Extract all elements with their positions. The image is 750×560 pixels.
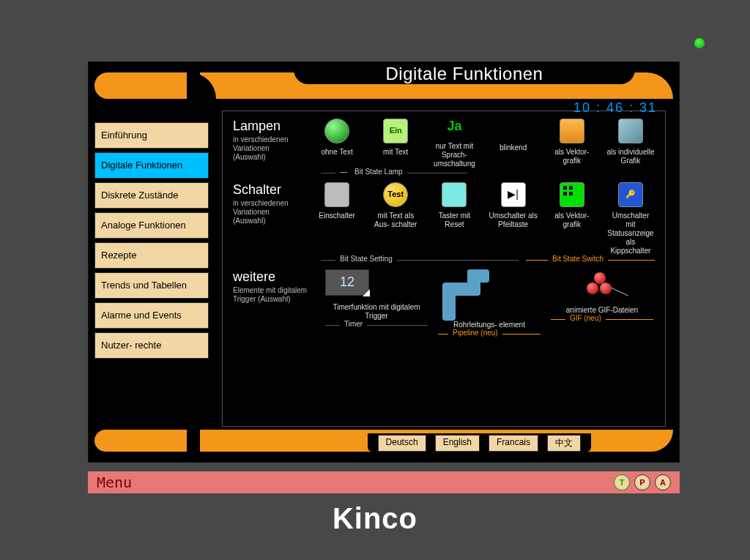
lamp-green-icon <box>324 119 349 143</box>
status-p-icon[interactable]: P <box>634 474 650 490</box>
sidebar-item-digital[interactable]: Digitale Funktionen <box>94 152 209 179</box>
molecule-gif-icon <box>584 269 620 306</box>
weitere-title: weitere <box>233 269 315 285</box>
section-lampen: Lampen in verschiedenen Variationen (Aus… <box>233 119 655 173</box>
green-dots-icon <box>560 182 584 207</box>
power-led <box>694 38 705 48</box>
lang-fr[interactable]: Francais <box>489 435 538 452</box>
clock: 10 : 46 : 31 <box>573 100 657 116</box>
pipeline-icon <box>438 269 489 321</box>
rule-bit-state-lamp: Bit State Lamp <box>350 168 407 176</box>
grey-button-icon <box>324 182 349 207</box>
rule-gif: GIF (neu) <box>565 314 606 323</box>
rule-bit-state-switch: Bit State Switch <box>548 255 608 263</box>
device-frame: Digitale Funktionen 10 : 46 : 31 Einführ… <box>9 9 741 551</box>
sidebar-item-trends[interactable]: Trends und Tabellen <box>94 272 209 299</box>
arrow-next-icon: ▶| <box>501 182 526 207</box>
page-title: Digitale Funktionen <box>294 64 635 84</box>
weitere-subtitle: Elemente mit digitalem Trigger (Auswahl) <box>233 286 315 304</box>
brand-logo: Kinco <box>9 502 741 535</box>
status-icons: T P A <box>614 474 671 490</box>
lamp-no-text[interactable]: ohne Text <box>313 119 361 157</box>
status-t-icon[interactable]: T <box>614 474 630 490</box>
switch-pushbutton[interactable]: Taster mit Reset <box>430 182 478 229</box>
switch-on[interactable]: Einschalter <box>313 182 361 220</box>
sidebar: Einführung Digitale Funktionen Diskrete … <box>94 122 209 359</box>
screen: Digitale Funktionen 10 : 46 : 31 Einführ… <box>88 61 680 463</box>
lamp-ein-icon: Ein <box>383 119 408 143</box>
lang-en[interactable]: English <box>435 435 480 452</box>
content-panel: Lampen in verschiedenen Variationen (Aus… <box>222 111 666 427</box>
rule-timer: Timer <box>340 320 367 329</box>
key-toggle-icon: 🔑 <box>618 182 643 207</box>
orange-square-icon <box>560 119 584 143</box>
yellow-test-icon: Test <box>383 182 408 207</box>
sidebar-item-discrete[interactable]: Diskrete Zustände <box>94 182 209 209</box>
lamp-ja-text: Ja <box>430 119 478 135</box>
sidebar-item-recipes[interactable]: Rezepte <box>94 242 209 269</box>
sidebar-item-alarms[interactable]: Alarme und Events <box>94 302 209 329</box>
status-a-icon[interactable]: A <box>655 474 671 490</box>
lamp-custom-graphic[interactable]: als individuelle Grafik <box>606 119 655 165</box>
lamp-text-only[interactable]: Ja nur Text mit Sprach- umschaltung <box>430 119 478 168</box>
lang-de[interactable]: Deutsch <box>378 435 426 452</box>
timer-value-box: 12 <box>325 269 369 296</box>
lamp-vector[interactable]: als Vektor- grafik <box>548 119 596 165</box>
switch-vector[interactable]: als Vektor- grafik <box>548 182 596 229</box>
switch-arrow[interactable]: ▶| Umschalter als Pfeiltaste <box>489 182 538 229</box>
menu-bar: Menu T P A <box>88 471 680 493</box>
switch-text-off[interactable]: Test mit Text als Aus- schalter <box>371 182 420 229</box>
sidebar-item-users[interactable]: Nutzer- rechte <box>94 332 209 359</box>
menu-button[interactable]: Menu <box>97 474 132 491</box>
lampen-title: Lampen <box>233 119 302 134</box>
lamp-blinking[interactable]: blinkend <box>489 119 538 152</box>
switch-toggle-status[interactable]: 🔑 Umschalter mit Statusanzeige als Kipps… <box>606 182 655 255</box>
schalter-title: Schalter <box>233 182 302 198</box>
element-pipeline[interactable]: Rohrleitungs- element Pipeline (neu) <box>438 269 541 335</box>
language-selector: Deutsch English Francais 中文 <box>368 433 591 452</box>
rule-pipeline: Pipeline (neu) <box>448 329 502 337</box>
section-weitere: weitere Elemente mit digitalem Trigger (… <box>233 269 655 335</box>
element-gif[interactable]: animierte GIF-Dateien GIF (neu) <box>551 269 653 320</box>
glass-panel-icon <box>618 119 643 143</box>
lampen-subtitle: in verschiedenen Variationen (Auswahl) <box>233 135 302 162</box>
sidebar-item-analog[interactable]: Analoge Funktionen <box>94 212 209 239</box>
aqua-button-icon <box>442 182 467 207</box>
lang-zh[interactable]: 中文 <box>547 435 581 452</box>
element-timer[interactable]: 12 Timerfunktion mit digitalem Trigger T… <box>325 269 428 326</box>
lamp-with-text[interactable]: Ein mit Text <box>371 119 420 157</box>
rule-bit-state-setting: Bit State Setting <box>335 255 397 263</box>
schalter-subtitle: in verschiedenen Variationen (Auswahl) <box>233 199 302 225</box>
sidebar-item-intro[interactable]: Einführung <box>94 122 209 149</box>
section-schalter: Schalter in verschiedenen Variationen (A… <box>233 182 655 261</box>
